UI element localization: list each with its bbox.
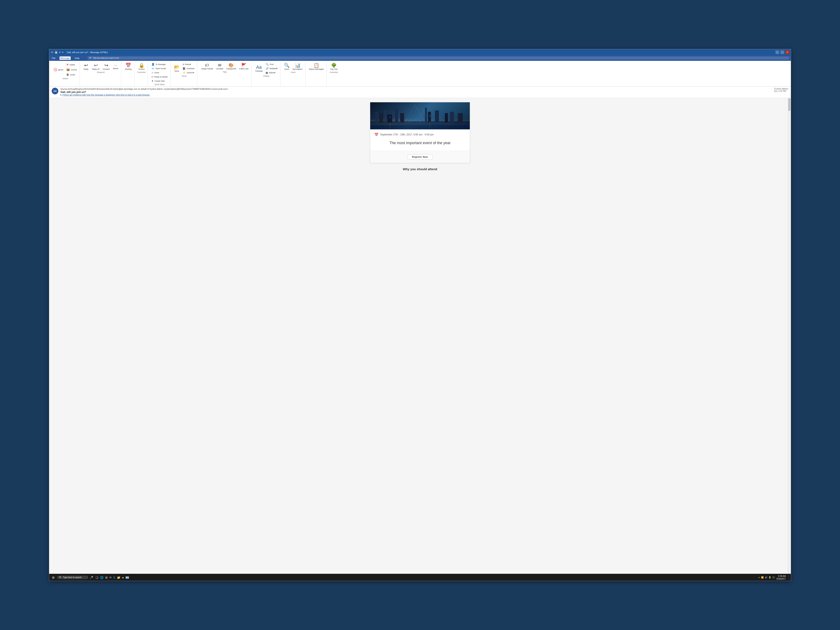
cortana-microphone-icon[interactable]: 🎤 — [90, 576, 93, 579]
ignore-label: Ignore — [58, 69, 63, 71]
find-button[interactable]: 🔍 Find — [265, 63, 278, 66]
select-label: Select▾ — [269, 71, 275, 74]
ignore-button[interactable]: 🚫 Ignore — [52, 68, 65, 72]
quick-access-undo[interactable]: ↩ — [59, 51, 61, 54]
minimize-button[interactable]: — — [780, 51, 784, 54]
chevron-up-icon[interactable]: ∧ — [758, 576, 760, 578]
rules-button[interactable]: ≡ Rules▾ — [182, 63, 196, 66]
report-message-button[interactable]: 📋 Report Message▾ — [308, 63, 325, 71]
taskbar-search-icon: 🔍 — [59, 576, 62, 578]
done-button[interactable]: ✓ Done — [150, 71, 169, 74]
related-label: Related▾ — [270, 67, 278, 69]
title-bar-controls: □ — ✕ — [775, 51, 789, 54]
myanalytics-icon: 📊 — [295, 63, 300, 68]
calendar-icon: 📅 — [374, 133, 379, 137]
search-icon: 🔍 — [89, 57, 92, 59]
register-now-button[interactable]: Register Now — [408, 154, 432, 159]
quicksteps-group-label: Quick Steps — [155, 83, 164, 85]
org-tree-label: Org Tree — [330, 68, 338, 70]
mark-unread-button[interactable]: ✉ Unread▾ — [215, 63, 224, 70]
explorer-icon[interactable]: 📁 — [117, 576, 120, 579]
svg-point-17 — [390, 117, 390, 117]
zoom-button[interactable]: 🔍 Zoom — [283, 63, 291, 71]
taskbar: ⊞ 🔍 Type here to search 🎤 ❑ 🌐 ⊞ ✉ S 📁 ● … — [49, 574, 791, 581]
archive-label: Archive — [71, 69, 77, 71]
close-button[interactable]: ✕ — [785, 51, 789, 54]
done-icon: ✓ — [152, 71, 153, 74]
scroll-thumb[interactable] — [788, 98, 790, 111]
onenote-label: OneNote — [186, 67, 194, 69]
reply-delete-icon: ↩ — [152, 76, 153, 78]
find-icon: 🔍 — [265, 63, 269, 66]
battery-icon[interactable]: 🔋 — [769, 576, 771, 578]
ribbon-search[interactable]: 🔍 Tell me what you want to do — [88, 57, 789, 60]
actions-button[interactable]: ⚡ Actions▾ — [182, 71, 196, 74]
actions-icon: ⚡ — [183, 71, 186, 74]
protect-button[interactable]: 🔒 Protect — [137, 63, 145, 71]
myanalytics-button[interactable]: 📊 MyAnalytics — [292, 63, 303, 71]
register-button-area: Register Now — [370, 151, 470, 163]
mail-icon[interactable]: ✉ — [109, 576, 112, 579]
outlook-taskbar-icon[interactable]: 📧 — [125, 576, 129, 579]
reply-label: Reply — [84, 68, 88, 70]
delete-label: Delete — [69, 64, 75, 66]
forward-button[interactable]: ↪ Forward — [102, 63, 111, 71]
assign-policy-icon: 🏷 — [205, 63, 209, 67]
reply-all-button[interactable]: ↩ Reply All — [91, 63, 100, 71]
meeting-button[interactable]: 📅 Meeting — [124, 63, 133, 71]
svg-rect-8 — [428, 112, 431, 123]
junk-button[interactable]: 🗑 Junk▾ — [65, 73, 78, 77]
to-manager-button[interactable]: 👤 To Manager — [150, 63, 169, 66]
start-button[interactable]: ⊞ — [51, 575, 56, 579]
categorize-button[interactable]: 🎨 Categorize▾ — [225, 63, 237, 70]
myanalytics-label: MyAnalytics — [292, 68, 303, 70]
action-center-icon[interactable]: ⬛ — [772, 576, 775, 578]
move-button[interactable]: 📂 Move — [173, 65, 181, 73]
ribbon-groups: 🚫 Ignore ✕ Delete 📦 Archive — [51, 62, 789, 86]
scroll-bar[interactable] — [788, 98, 791, 574]
warning-text[interactable]: If there are problems with how this mess… — [62, 94, 150, 96]
archive-button[interactable]: 📦 Archive — [65, 68, 78, 72]
reply-button[interactable]: ↩ Reply — [82, 63, 90, 71]
task-view-icon[interactable]: ❑ — [96, 576, 98, 579]
related-button[interactable]: 🔗 Related▾ — [265, 67, 278, 70]
onenote-button[interactable]: 📓 OneNote — [182, 67, 196, 70]
show-desktop-icon[interactable] — [788, 575, 789, 580]
team-email-button[interactable]: 📧 Team Email — [150, 67, 169, 70]
categorize-label: Categorize▾ — [226, 68, 237, 70]
event-details: 📅 September 17th - 19th, 2017, 9:00 am -… — [370, 129, 470, 151]
quicksteps-buttons: 👤 To Manager 📧 Team Email ✓ Done ↩ — [150, 63, 169, 83]
create-new-button[interactable]: ✦ Create New — [150, 79, 169, 83]
window-title: Gail, will you join us? - Message (HTML) — [67, 51, 108, 54]
quick-access-more[interactable]: ▾ — [62, 51, 63, 53]
rules-label: Rules▾ — [185, 63, 191, 65]
follow-up-button[interactable]: 🚩 Follow Up▾ — [238, 63, 249, 70]
mark-unread-icon: ✉ — [218, 63, 221, 67]
svg-line-15 — [408, 104, 420, 123]
actions-label: Actions▾ — [186, 71, 194, 74]
assign-policy-button[interactable]: 🏷 Assign Policy▾ — [200, 63, 214, 70]
skype-icon[interactable]: S — [113, 576, 115, 579]
taskbar-search[interactable]: 🔍 Type here to search — [57, 576, 88, 579]
edge-icon[interactable]: 🌐 — [100, 576, 104, 579]
more-button[interactable]: ⋯ More▾ — [112, 63, 119, 70]
follow-up-icon: 🚩 — [241, 63, 246, 67]
network-icon[interactable]: 📶 — [761, 576, 764, 578]
volume-icon[interactable]: 🔊 — [765, 576, 767, 578]
org-tree-button[interactable]: 🌳 Org Tree — [329, 63, 339, 71]
email-header: SA bounce-kcHzxgtWugSyxm6VwVtxbNiYdOsUqn… — [49, 87, 791, 98]
menu-file[interactable]: File — [51, 57, 56, 60]
chrome-icon[interactable]: ● — [122, 576, 124, 579]
quick-access-save[interactable]: 💾 — [55, 51, 58, 54]
reply-delete-button[interactable]: ↩ Reply & Delete — [150, 75, 169, 79]
restore-button[interactable]: □ — [775, 51, 779, 54]
menu-help[interactable]: Help — [74, 57, 81, 60]
warning-icon: ℹ — [60, 93, 62, 96]
related-icon: 🔗 — [265, 67, 269, 70]
move-buttons: 📂 Move ≡ Rules▾ 📓 OneNote — [173, 63, 196, 74]
store-icon[interactable]: ⊞ — [105, 576, 108, 579]
delete-button[interactable]: ✕ Delete — [65, 63, 78, 67]
select-button[interactable]: ▦ Select▾ — [265, 71, 278, 74]
menu-message[interactable]: Message — [60, 57, 71, 60]
translate-button[interactable]: Aa Translate — [254, 65, 264, 73]
